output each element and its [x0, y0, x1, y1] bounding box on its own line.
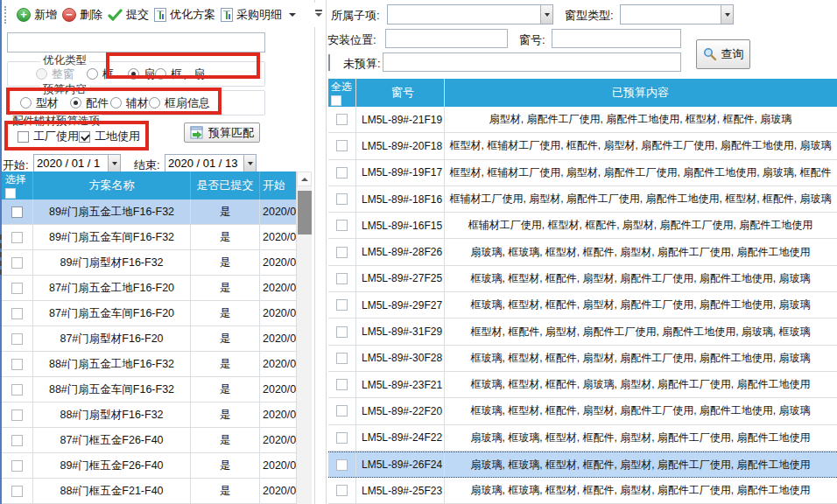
budget-content-radio[interactable]: 配件 [70, 95, 109, 111]
row-checkbox[interactable] [336, 405, 348, 416]
plan-name-column-header[interactable]: 方案名称 [33, 172, 191, 200]
window-no-column-header[interactable]: 窗号 [356, 79, 445, 107]
row-checkbox[interactable] [11, 206, 23, 218]
scrollbar-thumb[interactable] [298, 191, 312, 234]
plan-table-row[interactable]: 89#门扇五金工地F16-F32 是 2020/0 [2, 200, 296, 225]
window-table-row[interactable]: LM5L-89#-30F28 框玻璃, 框型材, 框配件, 扇型材, 扇配件工厂… [328, 346, 837, 372]
sub-item-select[interactable] [387, 4, 553, 24]
plan-table-row[interactable]: 87#门扇型材F16-F20 是 2020/0 [2, 326, 296, 352]
window-table-row[interactable]: LM5L-89#-20F18 框型材, 框辅材工厂使用, 框配件, 扇型材, 扇… [328, 133, 837, 159]
plan-name-input[interactable] [7, 32, 265, 52]
install-position-input[interactable] [385, 29, 508, 48]
purchase-detail-button[interactable]: 采购明细 [218, 5, 299, 24]
row-checkbox[interactable] [336, 485, 348, 496]
toolbar-overflow-button[interactable] [315, 10, 322, 17]
row-checkbox[interactable] [336, 220, 348, 231]
row-checkbox[interactable] [336, 432, 348, 444]
row-checkbox[interactable] [11, 257, 23, 269]
plan-table-row[interactable]: 87#门框五金F26-F40 是 2020/0 [2, 428, 296, 453]
optimize-type-radio[interactable]: 扇 [128, 66, 155, 82]
end-date-picker[interactable]: 2020 / 01 / 13 [165, 154, 257, 172]
radio-label: 框扇信息 [165, 95, 210, 111]
panel-splitter[interactable] [314, 0, 315, 504]
budget-content-radio[interactable]: 型材 [20, 95, 59, 111]
select-all-checkbox[interactable] [5, 188, 16, 199]
not-budgeted-checkbox[interactable] [328, 54, 330, 71]
usage-checkbox-option[interactable]: 工地使用 [79, 129, 140, 144]
window-no-input[interactable] [552, 29, 681, 48]
window-type-select[interactable] [620, 4, 734, 24]
window-table-row[interactable]: LM5L-89#-24F22 扇玻璃, 框玻璃, 框型材, 框配件, 扇型材, … [328, 425, 837, 452]
budgeted-content-column-header[interactable]: 已预算内容 [445, 79, 836, 107]
query-button[interactable]: 查询 [696, 39, 750, 69]
row-checkbox[interactable] [336, 353, 348, 364]
plan-table-row[interactable]: 88#门扇五金工地F16-F32 是 2020/0 [2, 352, 296, 377]
row-checkbox[interactable] [11, 232, 23, 243]
budget-match-button[interactable]: 预算匹配 [184, 122, 260, 143]
row-checkbox[interactable] [336, 379, 348, 390]
window-table-row[interactable]: LM5L-89#-28F26 扇玻璃, 框玻璃, 框型材, 框配件, 扇型材, … [328, 239, 837, 265]
row-checkbox[interactable] [336, 326, 348, 338]
row-checkbox[interactable] [11, 486, 23, 497]
dropdown-arrow-icon[interactable] [108, 155, 120, 172]
start-column-header[interactable]: 开始 [260, 172, 296, 200]
window-table-row[interactable]: LM5L-89#-27F25 框玻璃, 框型材, 框配件, 扇型材, 扇配件工厂… [328, 266, 837, 292]
window-table-row[interactable]: LM5L-89#-18F16 框辅材工厂使用, 扇型材, 扇配件工厂使用, 扇配… [328, 186, 837, 213]
plan-table-scrollbar[interactable] [296, 172, 312, 504]
submitted-column-header[interactable]: 是否已提交 [191, 172, 260, 200]
row-checkbox[interactable] [11, 460, 23, 472]
toolbar-grip-icon[interactable] [4, 6, 8, 24]
budget-content-radio[interactable]: 框扇信息 [149, 95, 210, 111]
plan-table-row[interactable]: 89#门扇型材F16-F32 是 2020/0 [2, 250, 296, 276]
window-table-row[interactable]: LM5L-89#-23F21 框玻璃, 框型材, 框配件, 扇玻璃, 扇型材, … [328, 372, 837, 398]
plan-table-row[interactable]: 89#门扇五金车间F16-F32 是 2020/0 [2, 225, 296, 250]
optimize-type-radio[interactable]: 框、扇 [155, 66, 205, 82]
select-all-checkbox[interactable] [331, 95, 341, 106]
budget-content-radio[interactable]: 辅材 [110, 95, 149, 111]
plan-table-row[interactable]: 87#门扇五金车间F16-F20 是 2020/0 [2, 301, 296, 326]
row-checkbox[interactable] [336, 114, 348, 125]
window-table-row[interactable]: LM5L-89#-29F27 框玻璃, 框型材, 框配件, 扇型材, 扇配件工厂… [328, 292, 837, 318]
row-checkbox[interactable] [11, 410, 23, 421]
window-table-row[interactable]: LM5L-89#-25F23 扇玻璃, 框玻璃, 框型材, 框配件, 扇型材, … [328, 478, 837, 504]
row-checkbox[interactable] [336, 299, 348, 311]
dropdown-arrow-icon[interactable] [540, 5, 552, 24]
radio-label: 配件 [86, 95, 109, 111]
plan-table-row[interactable]: 88#门扇型材F16-F32 是 2020/0 [2, 402, 296, 428]
window-table-row[interactable]: LM5L-89#-22F20 框玻璃, 框型材, 框配件, 扇型材, 扇配件工厂… [328, 398, 837, 424]
window-table-row[interactable]: LM5L-89#-21F19 扇型材, 扇配件工厂使用, 扇配件工地使用, 框型… [328, 107, 837, 133]
row-checkbox[interactable] [336, 167, 348, 178]
usage-checkbox-option[interactable]: 工厂使用 [18, 129, 79, 144]
add-button[interactable]: + 新增 [14, 5, 60, 24]
window-table-row[interactable]: LM5L-89#-31F29 框型材, 框配件, 扇型材, 扇配件工厂使用, 扇… [328, 318, 837, 345]
scroll-up-icon[interactable] [297, 172, 312, 186]
row-checkbox[interactable] [336, 193, 348, 205]
row-checkbox[interactable] [336, 459, 348, 471]
window-table-row[interactable]: LM5L-89#-16F15 框辅材工厂使用, 框型材, 框配件, 扇型材, 扇… [328, 213, 837, 239]
row-checkbox[interactable] [11, 308, 23, 319]
delete-button[interactable]: − 删除 [60, 5, 105, 24]
optimize-type-radio[interactable]: 整窗 [36, 66, 74, 82]
plan-table-row[interactable]: 89#门框五金F26-F40 是 2020/0 [2, 453, 296, 479]
window-no-cell: LM5L-89#-20F18 [356, 133, 445, 158]
row-checkbox[interactable] [11, 359, 23, 370]
row-checkbox[interactable] [11, 333, 23, 345]
plan-table-row[interactable]: 88#门框五金F21-F40 是 2020/0 [2, 479, 296, 504]
window-table-row[interactable]: LM5L-89#-26F24 扇玻璃, 框玻璃, 框型材, 框配件, 扇型材, … [328, 452, 837, 478]
plan-table-row[interactable]: 88#门扇五金车间F16-F32 是 2020/0 [2, 377, 296, 402]
dropdown-arrow-icon[interactable] [243, 155, 256, 172]
row-checkbox[interactable] [336, 140, 348, 151]
row-checkbox[interactable] [11, 435, 23, 446]
optimize-plan-button[interactable]: 优化方案 [151, 5, 218, 24]
plan-table-row[interactable]: 87#门扇五金工地F16-F20 是 2020/0 [2, 276, 296, 301]
start-date-picker[interactable]: 2020 / 01 / 1 [33, 154, 121, 172]
dropdown-arrow-icon[interactable] [721, 5, 733, 24]
row-checkbox[interactable] [336, 273, 348, 284]
row-checkbox[interactable] [336, 247, 348, 258]
not-budgeted-input[interactable] [383, 52, 681, 72]
optimize-type-radio[interactable]: 框 [87, 66, 114, 82]
submit-button[interactable]: 提交 [105, 5, 151, 24]
row-checkbox[interactable] [11, 384, 23, 396]
window-table-row[interactable]: LM5L-89#-19F17 框型材, 框辅材工厂使用, 扇型材, 扇配件工厂使… [328, 160, 837, 186]
row-checkbox[interactable] [11, 283, 23, 294]
